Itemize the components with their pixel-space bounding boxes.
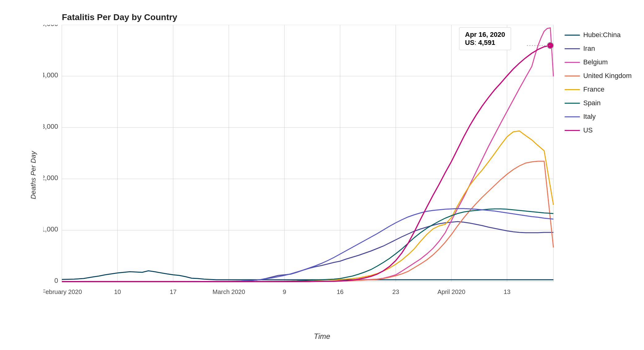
legend-color-swatch — [565, 76, 580, 76]
svg-text:13: 13 — [504, 288, 510, 295]
legend-label: US — [583, 126, 593, 134]
svg-text:10: 10 — [114, 288, 121, 295]
svg-text:February 2020: February 2020 — [43, 288, 82, 295]
legend-item: Iran — [565, 45, 632, 53]
legend-color-swatch — [565, 48, 580, 49]
svg-text:5,000: 5,000 — [43, 25, 58, 28]
legend-item: Italy — [565, 113, 632, 121]
legend-item: Spain — [565, 99, 632, 107]
svg-text:March 2020: March 2020 — [212, 288, 245, 295]
legend-item: Belgium — [565, 58, 632, 66]
legend-label: Belgium — [583, 58, 608, 66]
legend-label: France — [583, 85, 604, 93]
legend-color-swatch — [565, 130, 580, 131]
svg-text:April 2020: April 2020 — [437, 288, 465, 295]
chart-container: Fatalitis Per Day by Country Deaths Per … — [0, 0, 644, 350]
svg-text:9: 9 — [283, 288, 286, 295]
legend: Hubei:ChinaIranBelgiumUnited KingdomFran… — [565, 31, 632, 134]
legend-label: Iran — [583, 45, 595, 53]
svg-text:1,000: 1,000 — [43, 225, 58, 233]
legend-label: United Kingdom — [583, 72, 632, 80]
legend-item: Hubei:China — [565, 31, 632, 39]
legend-label: Italy — [583, 113, 595, 121]
legend-color-swatch — [565, 116, 580, 117]
legend-item: US — [565, 126, 632, 134]
legend-label: Spain — [583, 99, 600, 107]
legend-color-swatch — [565, 89, 580, 90]
svg-text:2,000: 2,000 — [43, 174, 58, 182]
svg-text:23: 23 — [392, 288, 399, 295]
svg-text:17: 17 — [170, 288, 177, 295]
legend-color-swatch — [565, 103, 580, 104]
y-axis-label: Deaths Per Day — [29, 151, 37, 199]
chart-svg: 0 1,000 2,000 3,000 4,000 5,000 February… — [43, 25, 584, 303]
chart-title: Fatalitis Per Day by Country — [62, 12, 177, 22]
svg-text:4,000: 4,000 — [43, 71, 58, 79]
legend-color-swatch — [565, 62, 580, 63]
x-axis-label: Time — [314, 332, 330, 341]
svg-text:16: 16 — [337, 288, 343, 295]
legend-label: Hubei:China — [583, 31, 621, 39]
svg-text:3,000: 3,000 — [43, 123, 58, 130]
legend-item: United Kingdom — [565, 72, 632, 80]
legend-item: France — [565, 85, 632, 93]
legend-color-swatch — [565, 35, 580, 36]
svg-text:0: 0 — [54, 277, 58, 284]
